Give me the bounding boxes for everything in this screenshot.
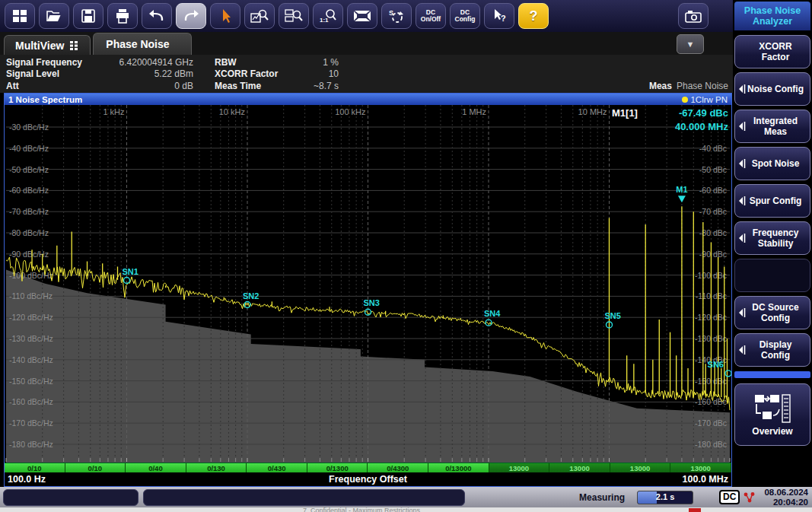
zoom-chart-icon [250,8,269,24]
save-icon [80,8,97,24]
y-tick-label-right: -40 dBc [699,144,727,153]
zoom-one-to-one-button[interactable]: 1:1 [313,3,343,29]
svg-text:?: ? [501,14,506,23]
trace-color-dot [682,97,688,103]
y-tick-label-left: -160 dBc/Hz [9,397,53,406]
spot-noise-label: SN2 [243,291,259,301]
info-label: Signal Level [6,68,103,79]
info-value: 1 % [295,57,339,68]
info-label: Att [6,81,103,91]
display-layout-button[interactable] [347,3,377,29]
spur-segment: 0/4300 [368,463,428,472]
pointer-icon [217,8,234,24]
submenu-arrow-icon [738,84,746,94]
softkey-xcorr-factor[interactable]: XCORR Factor [734,35,810,68]
svg-text:S: S [389,9,393,17]
screenshot-button[interactable] [678,3,709,29]
trace-legend: 1Clrw PN [682,95,728,104]
progress-time: 2.1 s [638,492,693,501]
x-tick-label: 10 kHz [219,107,245,116]
x-tick-label: 10 MHz [578,107,607,116]
help-button[interactable]: ? [518,3,549,29]
softkey-integrated-meas[interactable]: Integrated Meas [734,110,810,143]
noise-spectrum-window: 1 Noise Spectrum 1Clrw PN 1 kHz10 kHz100… [4,93,732,487]
camera-icon [684,8,702,24]
x-tick-label: 1 kHz [103,107,124,116]
submenu-arrow-icon [738,233,746,243]
marker-readout-frequency: 40.000 MHz [675,121,729,132]
info-value: 10 [295,68,339,79]
y-tick-label-left: -180 dBc/Hz [9,440,53,449]
info-value: 6.420004914 GHz [103,57,193,68]
softkey-sidebar: Phase Noise Analyzer XCORR FactorNoise C… [733,0,812,487]
tab-multiview[interactable]: MultiView [4,35,91,55]
multi-zoom-button[interactable] [279,3,309,29]
channel-dropdown-button[interactable]: ▼ [677,34,704,54]
spur-segment: 0/40 [126,463,186,472]
undo-arrow-icon [148,8,165,24]
info-label: RBW [215,57,295,68]
info-column-signal: Signal Frequency6.420004914 GHzSignal Le… [6,56,193,93]
softkey-label: Noise Config [747,84,804,94]
y-tick-label-right: -70 dBc [699,207,727,216]
print-button[interactable] [107,3,138,29]
meas-label: Meas [649,81,672,91]
dc-on-off-button[interactable]: DCOn/Off [416,3,446,29]
spur-segment-bar: 0/100/100/400/1300/4300/13000/43000/1300… [5,463,731,472]
select-pointer-button[interactable] [210,3,240,29]
measuring-status: Measuring [579,492,625,503]
softkey-frequency-stability[interactable]: Frequency Stability [734,221,810,255]
submenu-arrow-icon [738,121,746,132]
softkey-empty [734,259,810,292]
softkey-display-config[interactable]: Display Config [734,333,810,367]
overview-button[interactable]: Overview [734,383,810,446]
softkey-label: Frequency Stability [746,227,805,249]
spot-noise-marker[interactable] [725,370,731,377]
context-help-button[interactable]: ? [484,3,514,29]
y-tick-label-right: -180 dBc [695,440,727,449]
softkey-dc-source-config[interactable]: DC Source Config [734,296,810,329]
redo-button[interactable] [176,3,206,29]
y-tick-label-left: -150 dBc/Hz [9,377,53,386]
spur-segment: 13000 [489,463,550,472]
phase-noise-tab-label: Phase Noise [106,38,169,50]
submenu-arrow-icon [738,307,746,318]
info-label: XCORR Factor [215,68,295,79]
submenu-arrow-icon [738,196,746,206]
y-tick-label-right: -160 dBc [695,397,727,406]
softkey-label: Display Config [746,339,805,361]
overview-button-label: Overview [752,426,792,437]
softkey-noise-config[interactable]: Noise Config [734,72,810,106]
dc-config-label: DCConfig [455,9,476,23]
noise-spectrum-chart[interactable]: 1 kHz10 kHz100 kHz1 MHz10 MHz-30 dBc/Hz-… [5,105,731,463]
info-row: XCORR Factor10 [215,68,339,81]
sequence-sync-button[interactable]: S [381,3,412,29]
spur-segment: 13000 [610,463,671,472]
windows-menu-button[interactable] [5,3,35,29]
window-title-bar[interactable]: 1 Noise Spectrum 1Clrw PN [5,94,731,105]
y-tick-label-left: -80 dBc/Hz [9,228,49,237]
status-bar: Measuring 2.1 s DC 08.06.2024 20:04:20 [0,487,812,507]
meas-mode: MeasPhase Noise [649,81,728,91]
dc-status-badge: DC [719,490,740,504]
zoom-graph-button[interactable] [244,3,275,29]
tab-phase-noise[interactable]: Phase Noise [93,33,191,55]
undo-button[interactable] [142,3,172,29]
spur-segment: 13000 [670,463,731,472]
dc-config-button[interactable]: DCConfig [450,3,480,29]
chevron-down-icon: ▼ [686,40,695,49]
softkey-spot-noise[interactable]: Spot Noise [734,147,810,180]
date: 08.06.2024 [764,488,808,498]
y-tick-label-left: -70 dBc/Hz [9,207,49,216]
spot-noise-label: SN4 [484,309,501,318]
y-tick-label-left: -120 dBc/Hz [9,313,53,322]
m1-marker[interactable] [678,196,686,202]
dc-on-off-label: DCOn/Off [421,9,441,23]
save-button[interactable] [73,3,103,29]
info-row: Signal Frequency6.420004914 GHz [6,56,193,68]
open-file-button[interactable] [39,3,69,29]
info-value: 5.22 dBm [103,68,193,79]
y-tick-label-left: -130 dBc/Hz [9,334,53,343]
submenu-arrow-icon [738,345,746,355]
softkey-spur-config[interactable]: Spur Config [734,184,810,218]
